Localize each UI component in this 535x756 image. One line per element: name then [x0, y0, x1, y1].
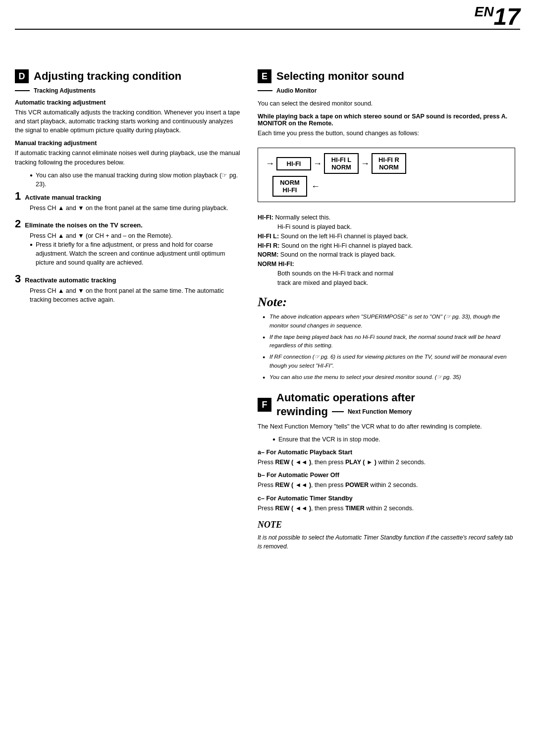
left-column: D Adjusting tracking condition Tracking … [15, 69, 243, 558]
tracking-adjustments-label: Tracking Adjustments [34, 87, 96, 94]
step-2: 2 Eliminate the noises on the TV screen.… [15, 218, 243, 268]
section-e-letter: E [258, 69, 271, 83]
manual-tracking-label: Manual tracking adjustment [15, 140, 243, 147]
sound-label-4: NORM: Sound on the normal track is playe… [258, 250, 515, 260]
step-1-header: 1 Activate manual tracking [15, 191, 243, 202]
step-2-body: Press CH ▲ and ▼ (or CH + and – on the R… [30, 231, 243, 240]
step-2-header: 2 Eliminate the noises on the TV screen. [15, 218, 243, 229]
note-e-title: Note: [258, 295, 515, 310]
subsection-c-label: c– For Automatic Timer Standby [258, 495, 515, 502]
section-d-title: Adjusting tracking condition [34, 70, 181, 83]
diagram-norm-hifi-top: NORM [280, 179, 300, 186]
next-function-label: Next Function Memory [348, 408, 412, 415]
step-2-title: Eliminate the noises on the TV screen. [25, 221, 143, 229]
section-f-bullet1: Ensure that the VCR is in stop mode. [272, 435, 515, 444]
step-3-title: Reactivate automatic tracking [25, 276, 116, 284]
step-1-number: 1 [15, 191, 21, 202]
section-f-header: F Automatic operations after rewinding N… [258, 391, 515, 418]
section-e-title: Selecting monitor sound [276, 70, 404, 83]
sound-label-3: HI-FI R: Sound on the right Hi-Fi channe… [258, 241, 515, 251]
step-3-body: Press CH ▲ and ▼ on the front panel at t… [30, 286, 243, 304]
section-e-header: E Selecting monitor sound [258, 69, 515, 83]
manual-tracking-text: If automatic tracking cannot eliminate n… [15, 149, 243, 166]
section-d-subheader: Tracking Adjustments [15, 87, 243, 94]
step-3: 3 Reactivate automatic tracking Press CH… [15, 273, 243, 304]
subsection-b-label: b– For Automatic Power Off [258, 472, 515, 479]
diagram-norm-2: NORM [379, 163, 399, 171]
diagram-hifi-r: HI-FI R [378, 156, 399, 163]
note-e-bullet-0: The above indication appears when "SUPER… [263, 313, 515, 330]
note-e-bullet-1: If the tape being played back has no Hi-… [263, 333, 515, 350]
audio-monitor-label: Audio Monitor [276, 87, 317, 94]
sound-label-5: NORM HI-FI: [258, 260, 515, 269]
section-e-intro: You can select the desired monitor sound… [258, 99, 515, 108]
step-3-number: 3 [15, 273, 21, 284]
dash-line [15, 90, 30, 91]
diagram-norm-hifi-bot: HI-FI [283, 186, 297, 194]
note-e-bullet-3: You can also use the menu to select your… [263, 373, 515, 381]
sound-label-2: HI-FI L: Sound on the left Hi-Fi channel… [258, 232, 515, 241]
sound-labels: HI-FI: Normally select this. Hi-Fi sound… [258, 213, 515, 287]
step-2-bullet: Press it briefly for a fine adjustment, … [30, 240, 243, 267]
right-column: E Selecting monitor sound Audio Monitor … [258, 69, 515, 558]
section-f-letter: F [258, 398, 271, 412]
audio-dash-line [258, 90, 272, 91]
manual-tracking-bullet: You can also use the manual tracking dur… [30, 171, 243, 189]
section-f-title: Automatic operations after [276, 391, 415, 404]
automatic-tracking-text: This VCR automatically adjusts the track… [15, 108, 243, 135]
diagram-norm-1: NORM [331, 163, 351, 171]
page-number: EN17 [475, 5, 520, 29]
page-prefix: EN [475, 4, 494, 19]
subsection-b-text: Press REW ( ◄◄ ), then press POWER withi… [258, 481, 515, 489]
sound-label-6: Both sounds on the Hi-Fi track and norma… [277, 269, 515, 278]
section-e-subheader: Audio Monitor [258, 87, 515, 94]
sound-label-7: track are mixed and played back. [277, 278, 515, 288]
sound-diagram: → HI-FI → HI-FI L NORM → HI-FI R NORM NO… [258, 148, 515, 202]
rewinding-dash [332, 411, 344, 412]
note-f-title: NOTE [258, 520, 515, 530]
sound-label-0: HI-FI: Normally select this. [258, 213, 515, 222]
section-e-each-time: Each time you press the button, sound ch… [258, 129, 515, 138]
section-d-letter: D [15, 69, 29, 83]
note-section-f: NOTE It is not possible to select the Au… [258, 520, 515, 551]
note-e-bullet-2: If RF connection (☞ pg. 6) is used for v… [263, 353, 515, 370]
subsection-a-label: a– For Automatic Playback Start [258, 449, 515, 456]
sound-label-1: Hi-Fi sound is played back. [277, 222, 515, 232]
section-f-intro: The Next Function Memory "tells" the VCR… [258, 422, 515, 431]
note-section-e: Note: The above indication appears when … [258, 295, 515, 381]
diagram-hifi-l: HI-FI L [331, 156, 351, 163]
top-rule [15, 29, 520, 30]
subsection-a-text: Press REW ( ◄◄ ), then press PLAY ( ► ) … [258, 458, 515, 467]
step-2-number: 2 [15, 218, 21, 229]
page-content: D Adjusting tracking condition Tracking … [0, 59, 535, 568]
subsection-c-text: Press REW ( ◄◄ ), then press TIMER withi… [258, 504, 515, 513]
step-1: 1 Activate manual tracking Press CH ▲ an… [15, 191, 243, 213]
diagram-hifi: HI-FI [276, 157, 311, 170]
section-e-bold-intro: While playing back a tape on which stere… [258, 113, 515, 127]
section-d-header: D Adjusting tracking condition [15, 69, 243, 83]
automatic-tracking-label: Automatic tracking adjustment [15, 99, 243, 106]
step-1-body: Press CH ▲ and ▼ on the front panel at t… [30, 204, 243, 213]
step-3-header: 3 Reactivate automatic tracking [15, 273, 243, 284]
step-1-title: Activate manual tracking [25, 194, 101, 201]
rewinding-word: rewinding [276, 405, 328, 418]
note-f-text: It is not possible to select the Automat… [258, 533, 515, 551]
